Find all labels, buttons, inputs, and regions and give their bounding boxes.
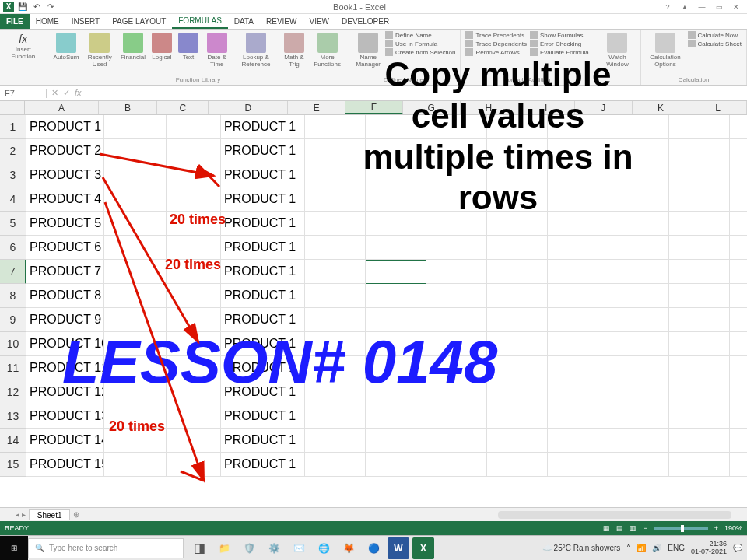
cell[interactable]: [548, 404, 608, 429]
cell[interactable]: [167, 236, 221, 260]
cell[interactable]: [104, 332, 167, 356]
cell[interactable]: [608, 429, 669, 453]
col-header-E[interactable]: E: [288, 101, 345, 114]
cell[interactable]: [426, 453, 487, 477]
cell[interactable]: [548, 332, 608, 356]
cell[interactable]: PRODUCT 11: [26, 356, 104, 380]
tab-view[interactable]: VIEW: [303, 14, 335, 29]
row-header-15[interactable]: 15: [0, 453, 26, 477]
cell[interactable]: PRODUCT 12: [26, 380, 104, 404]
cell[interactable]: PRODUCT 15: [26, 453, 104, 477]
cell[interactable]: [167, 404, 221, 429]
error-checking-button[interactable]: Error Checking: [530, 40, 589, 47]
view-layout-icon[interactable]: ▤: [616, 524, 623, 532]
col-header-F[interactable]: F: [345, 101, 403, 114]
cell[interactable]: [487, 404, 548, 429]
cell[interactable]: [366, 356, 426, 380]
cells-area[interactable]: PRODUCT 1PRODUCT 1PRODUCT 2PRODUCT 1PROD…: [26, 115, 747, 477]
cell[interactable]: [167, 308, 221, 332]
autosum-button[interactable]: AutoSum: [52, 31, 81, 63]
firefox-icon[interactable]: 🦊: [338, 537, 359, 559]
cell[interactable]: [487, 332, 548, 356]
cell[interactable]: [305, 236, 366, 260]
cell[interactable]: [730, 380, 747, 404]
cell[interactable]: PRODUCT 6: [26, 236, 104, 260]
cell[interactable]: [366, 404, 426, 429]
row-header-13[interactable]: 13: [0, 404, 26, 429]
cell[interactable]: [608, 453, 669, 477]
ribbon-help-icon[interactable]: ?: [660, 2, 675, 12]
cell[interactable]: [608, 187, 669, 212]
cell[interactable]: [608, 284, 669, 308]
cell[interactable]: PRODUCT 1: [221, 380, 305, 404]
view-break-icon[interactable]: ▥: [630, 524, 637, 532]
cell[interactable]: [730, 115, 747, 139]
watch-window-button[interactable]: Watch Window: [599, 31, 637, 70]
cell[interactable]: [426, 139, 487, 163]
cell[interactable]: PRODUCT 1: [221, 212, 305, 236]
cell[interactable]: [730, 260, 747, 284]
taskbar-search[interactable]: 🔍 Type here to search: [28, 538, 184, 558]
define-name-button[interactable]: Define Name: [385, 31, 455, 39]
cell[interactable]: PRODUCT 8: [26, 284, 104, 308]
tab-page-layout[interactable]: PAGE LAYOUT: [106, 14, 172, 29]
cell[interactable]: [366, 236, 426, 260]
row-header-1[interactable]: 1: [0, 115, 26, 139]
clock[interactable]: 21:36 01-07-2021: [691, 541, 727, 556]
cell[interactable]: [366, 115, 426, 139]
fx-cancel-icon[interactable]: ✕: [51, 88, 58, 98]
cell[interactable]: [548, 187, 608, 212]
tab-developer[interactable]: DEVELOPER: [335, 14, 395, 29]
cell[interactable]: [487, 284, 548, 308]
financial-button[interactable]: Financial: [119, 31, 147, 63]
cell[interactable]: [366, 284, 426, 308]
cell[interactable]: [305, 260, 366, 284]
remove-arrows-button[interactable]: Remove Arrows: [465, 48, 527, 56]
col-header-C[interactable]: C: [157, 101, 209, 114]
cell[interactable]: [730, 284, 747, 308]
tab-review[interactable]: REVIEW: [260, 14, 303, 29]
cell[interactable]: [548, 308, 608, 332]
cell[interactable]: [730, 308, 747, 332]
network-icon[interactable]: 📶: [637, 544, 646, 552]
undo-icon[interactable]: ↶: [31, 2, 42, 12]
minimize-icon[interactable]: —: [694, 2, 710, 12]
cell[interactable]: [104, 356, 167, 380]
trace-precedents-button[interactable]: Trace Precedents: [465, 31, 527, 39]
cell[interactable]: PRODUCT 1: [221, 163, 305, 187]
cell[interactable]: [669, 429, 730, 453]
cell[interactable]: [426, 404, 487, 429]
tab-insert[interactable]: INSERT: [65, 14, 107, 29]
cell[interactable]: [426, 429, 487, 453]
cell[interactable]: [305, 212, 366, 236]
col-header-A[interactable]: A: [25, 101, 98, 114]
date-time-button[interactable]: Date & Time: [203, 31, 231, 70]
col-header-G[interactable]: G: [403, 101, 461, 114]
cell[interactable]: [669, 212, 730, 236]
row-header-9[interactable]: 9: [0, 308, 26, 332]
calculate-now-button[interactable]: Calculate Now: [688, 31, 742, 39]
cell[interactable]: PRODUCT 4: [26, 187, 104, 212]
cell[interactable]: [366, 187, 426, 212]
cell[interactable]: [487, 187, 548, 212]
cell[interactable]: PRODUCT 1: [26, 115, 104, 139]
cell[interactable]: [104, 163, 167, 187]
zoom-in-icon[interactable]: +: [714, 524, 718, 532]
cell[interactable]: [426, 236, 487, 260]
tab-data[interactable]: DATA: [228, 14, 260, 29]
cell[interactable]: [104, 236, 167, 260]
cell[interactable]: [167, 380, 221, 404]
cell[interactable]: [104, 115, 167, 139]
cell[interactable]: [426, 187, 487, 212]
cell[interactable]: [305, 163, 366, 187]
cell[interactable]: [730, 187, 747, 212]
cell[interactable]: [669, 380, 730, 404]
tab-home[interactable]: HOME: [30, 14, 65, 29]
cell[interactable]: [426, 284, 487, 308]
logical-button[interactable]: Logical: [150, 31, 174, 63]
cell[interactable]: [669, 404, 730, 429]
edge-icon[interactable]: 🌐: [313, 537, 335, 559]
col-header-H[interactable]: H: [461, 101, 518, 114]
cell[interactable]: [305, 429, 366, 453]
cell[interactable]: [608, 163, 669, 187]
